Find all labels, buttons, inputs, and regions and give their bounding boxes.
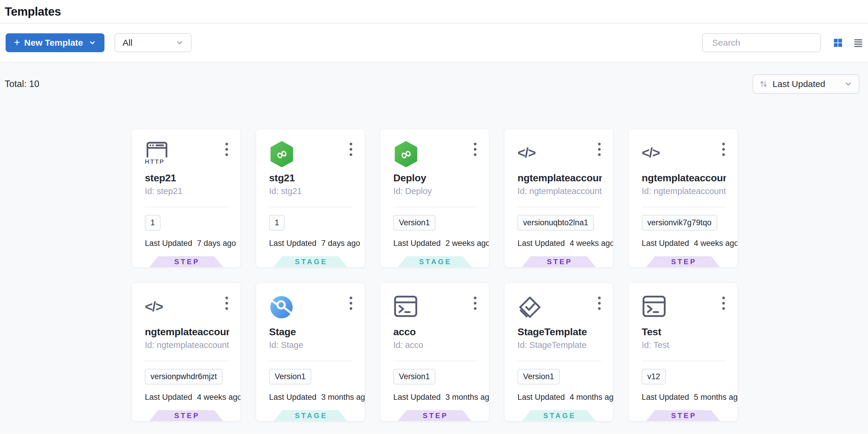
http-icon: HTTP <box>145 141 169 165</box>
last-updated-value: 5 months ago <box>694 393 738 402</box>
card-menu-button[interactable] <box>721 295 726 312</box>
entity-type-ribbon: STAGE <box>522 410 596 421</box>
card-menu-button[interactable] <box>473 141 478 158</box>
search-box[interactable] <box>702 33 821 52</box>
card-header <box>269 295 353 323</box>
last-updated-value: 7 days ago <box>197 239 236 248</box>
card-menu-button[interactable] <box>597 295 602 312</box>
last-updated-value: 4 weeks ago <box>197 393 241 402</box>
template-name: ngtemplateaccountl... <box>145 326 229 338</box>
template-name: stg21 <box>269 172 353 184</box>
new-template-button[interactable]: + New Template <box>6 33 104 52</box>
template-card[interactable]: acco Id: acco Version1 Last Updated 3 mo… <box>380 283 489 421</box>
plus-icon: + <box>14 37 20 48</box>
cd-icon: ∞ <box>269 141 294 167</box>
last-updated-label: Last Updated <box>642 239 689 248</box>
last-updated-row: Last Updated 5 months ago <box>642 393 726 402</box>
last-updated-label: Last Updated <box>642 393 689 402</box>
search-input[interactable] <box>712 38 826 48</box>
card-header: </> <box>518 141 602 169</box>
template-card[interactable]: </> ngtemplateaccountk... Id: ngtemplate… <box>628 129 738 267</box>
version-badge: versionvik7g79tqo <box>642 215 717 231</box>
version-badge: versionuqbto2lna1 <box>518 215 594 231</box>
entity-type-ribbon: STEP <box>646 410 720 421</box>
page-body: Total: 10 Last Updated <box>0 63 868 433</box>
template-name: ngtemplateaccountt... <box>518 172 602 184</box>
terminal-icon <box>393 295 418 318</box>
last-updated-label: Last Updated <box>145 393 192 402</box>
template-name: step21 <box>145 172 229 184</box>
card-menu-button[interactable] <box>224 295 229 312</box>
entity-type-ribbon: STEP <box>646 256 720 267</box>
template-id: Id: StageTemplate <box>518 340 602 350</box>
template-card[interactable]: StageTemplate Id: StageTemplate Version1… <box>504 283 613 421</box>
template-id: Id: Test <box>642 340 726 350</box>
entity-type-ribbon: STAGE <box>274 256 347 267</box>
last-updated-value: 7 days ago <box>321 239 360 248</box>
card-menu-button[interactable] <box>348 295 353 312</box>
sort-arrows-icon <box>759 79 768 89</box>
scope-filter-dropdown[interactable]: All <box>115 33 191 52</box>
card-divider <box>518 361 601 361</box>
card-divider <box>145 361 229 361</box>
template-card[interactable]: </> ngtemplateaccountl... Id: ngtemplate… <box>132 283 241 421</box>
approval-icon <box>518 295 542 320</box>
template-id: Id: acco <box>393 340 478 350</box>
template-card[interactable]: ∞ Deploy Id: Deploy Version1 Last Update… <box>380 129 489 267</box>
template-card[interactable]: ∞ stg21 Id: stg21 1 Last Updated 7 days … <box>256 129 365 267</box>
card-menu-button[interactable] <box>348 141 353 158</box>
template-id: Id: step21 <box>145 186 229 196</box>
card-divider <box>393 207 477 207</box>
last-updated-label: Last Updated <box>393 393 441 402</box>
template-card[interactable]: Test Id: Test v12 Last Updated 5 months … <box>628 283 738 421</box>
template-id: Id: stg21 <box>269 186 353 196</box>
last-updated-label: Last Updated <box>269 393 317 402</box>
entity-type-ribbon: STAGE <box>398 256 471 267</box>
new-template-label: New Template <box>24 38 83 48</box>
version-badge: Version1 <box>393 215 435 231</box>
card-header <box>642 295 726 323</box>
template-id: Id: ngtemplateaccountk... <box>642 186 726 196</box>
card-divider <box>269 207 353 207</box>
version-badge: 1 <box>269 215 285 231</box>
entity-type-ribbon: STEP <box>398 410 471 421</box>
template-card[interactable]: HTTP step21 Id: step21 1 Last Updated 7 … <box>132 129 241 267</box>
chevron-down-icon <box>89 39 96 46</box>
terminal-icon <box>642 295 666 318</box>
entity-type-ribbon: STAGE <box>274 410 347 421</box>
card-menu-button[interactable] <box>473 295 478 312</box>
list-view-button[interactable] <box>853 37 864 48</box>
card-header: </> <box>642 141 726 169</box>
page-header: Templates <box>0 0 868 24</box>
card-menu-button[interactable] <box>597 141 602 158</box>
card-divider <box>145 207 229 207</box>
code-icon: </> <box>642 141 660 165</box>
grid-view-icon <box>833 37 843 48</box>
last-updated-value: 4 weeks ago <box>570 239 613 248</box>
version-badge: Version1 <box>518 369 560 385</box>
version-badge: v12 <box>642 369 666 385</box>
version-badge: Version1 <box>393 369 435 385</box>
template-name: Deploy <box>393 172 478 184</box>
sort-dropdown[interactable]: Last Updated <box>753 74 860 94</box>
card-menu-button[interactable] <box>721 141 726 158</box>
template-card[interactable]: </> ngtemplateaccountt... Id: ngtemplate… <box>504 129 613 267</box>
template-id: Id: ngtemplateaccountlg... <box>145 340 229 350</box>
template-card[interactable]: Stage Id: Stage Version1 Last Updated 3 … <box>256 283 365 421</box>
last-updated-label: Last Updated <box>518 239 565 248</box>
card-divider <box>269 361 353 361</box>
last-updated-value: 4 months ago <box>570 393 613 402</box>
card-menu-button[interactable] <box>224 141 229 158</box>
grid-view-button[interactable] <box>833 37 843 48</box>
stage-icon <box>269 295 294 320</box>
entity-type-ribbon: STEP <box>149 256 223 267</box>
card-header <box>518 295 602 323</box>
card-header <box>393 295 478 323</box>
scope-filter-value: All <box>123 38 132 48</box>
last-updated-label: Last Updated <box>393 239 441 248</box>
template-name: Test <box>642 326 726 338</box>
list-view-icon <box>853 37 864 48</box>
entity-type-ribbon: STEP <box>522 256 596 267</box>
card-divider <box>393 361 477 361</box>
last-updated-value: 3 months ago <box>321 393 365 402</box>
